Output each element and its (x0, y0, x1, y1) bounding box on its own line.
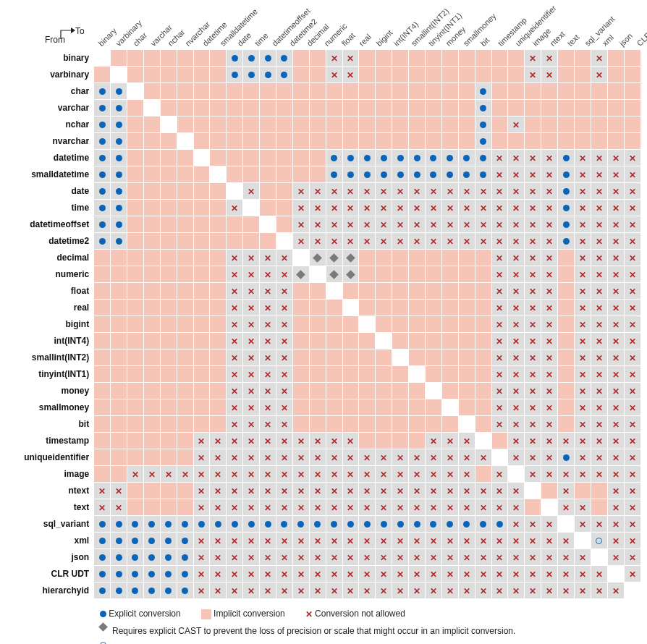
cell-22-28 (558, 416, 575, 433)
cell-8-27: ✕ (541, 183, 558, 200)
cell-31-13: ✕ (309, 566, 326, 582)
cell-16-23 (475, 316, 491, 333)
cell-13-16 (359, 266, 376, 283)
cell-20-11: ✕ (276, 383, 292, 399)
cell-12-27: ✕ (541, 250, 558, 266)
cell-2-26 (525, 83, 541, 100)
cell-4-30 (591, 116, 607, 133)
cell-7-13 (309, 166, 326, 183)
cell-22-9: ✕ (243, 416, 260, 433)
cell-32-1 (111, 582, 127, 599)
cell-18-0 (94, 349, 111, 366)
cell-23-6: ✕ (193, 433, 210, 449)
cell-0-3 (143, 50, 160, 67)
cell-4-20 (425, 116, 441, 133)
cell-4-14 (326, 116, 342, 133)
cell-24-19: ✕ (409, 449, 426, 466)
cell-17-11: ✕ (276, 333, 292, 349)
cell-26-3 (143, 483, 160, 499)
cell-27-3 (143, 499, 160, 516)
cell-15-11: ✕ (276, 300, 292, 316)
cell-14-12 (292, 283, 309, 300)
cell-18-1 (111, 349, 127, 366)
cell-29-0 (94, 533, 111, 549)
cell-21-27: ✕ (541, 399, 558, 416)
cell-8-9: ✕ (243, 183, 260, 200)
cell-8-31: ✕ (607, 183, 624, 200)
cell-20-19 (409, 383, 426, 399)
cell-1-20 (425, 67, 441, 83)
cell-24-26: ✕ (525, 449, 541, 466)
cell-12-4 (160, 250, 177, 266)
cell-2-15 (342, 83, 359, 100)
rowlabel-float: float (6, 283, 94, 300)
colhead-json: json (618, 31, 635, 48)
cell-7-29: ✕ (575, 166, 591, 183)
cell-17-15 (342, 333, 359, 349)
cell-30-10: ✕ (260, 549, 276, 566)
cell-28-28 (558, 516, 575, 533)
cell-29-24: ✕ (491, 533, 508, 549)
cell-21-29: ✕ (575, 399, 591, 416)
cell-9-11 (276, 200, 292, 216)
cell-20-18 (392, 383, 409, 399)
cell-14-28 (558, 283, 575, 300)
cell-19-2 (127, 366, 143, 383)
cell-0-9 (243, 50, 260, 67)
cell-10-17: ✕ (376, 216, 392, 233)
cell-4-29 (575, 116, 591, 133)
cell-28-9 (243, 516, 260, 533)
cell-0-18 (392, 50, 409, 67)
cell-9-20: ✕ (425, 200, 441, 216)
cell-32-15: ✕ (342, 582, 359, 599)
cell-15-12 (292, 300, 309, 316)
cell-11-1 (111, 233, 127, 250)
cell-19-17 (376, 366, 392, 383)
cell-2-0 (94, 83, 111, 100)
cell-10-3 (143, 216, 160, 233)
cell-26-19: ✕ (409, 483, 426, 499)
cell-30-20: ✕ (425, 549, 441, 566)
cell-5-10 (260, 133, 276, 150)
diamond-icon (98, 623, 108, 632)
rowlabel-nchar: nchar (6, 116, 94, 133)
cell-23-17 (376, 433, 392, 449)
cell-27-28: ✕ (558, 499, 575, 516)
cell-20-14 (326, 383, 342, 399)
cell-4-24 (491, 116, 508, 133)
cell-23-9: ✕ (243, 433, 260, 449)
cell-29-4 (160, 533, 177, 549)
cell-12-6 (193, 250, 210, 266)
cell-23-2 (127, 433, 143, 449)
cell-13-21 (441, 266, 458, 283)
cell-11-2 (127, 233, 143, 250)
cell-17-9: ✕ (243, 333, 260, 349)
cell-16-17 (376, 316, 392, 333)
cell-31-27: ✕ (541, 566, 558, 582)
rowlabel-varchar: varchar (6, 100, 94, 116)
cell-6-18 (392, 150, 409, 166)
cell-3-2 (127, 100, 143, 116)
cell-27-0: ✕ (94, 499, 111, 516)
colhead-time: time (253, 31, 270, 48)
cell-11-13: ✕ (309, 233, 326, 250)
cell-8-17: ✕ (376, 183, 392, 200)
cell-31-10: ✕ (260, 566, 276, 582)
cell-15-19 (409, 300, 426, 316)
rowlabel-smallint(INT2): smallint(INT2) (6, 349, 94, 366)
cell-15-22 (458, 300, 475, 316)
cell-4-6 (193, 116, 210, 133)
cell-12-7 (210, 250, 227, 266)
cell-11-29: ✕ (575, 233, 591, 250)
cell-25-20: ✕ (425, 466, 441, 483)
cell-16-5 (177, 316, 193, 333)
cell-5-6 (193, 133, 210, 150)
cell-13-24: ✕ (491, 266, 508, 283)
cell-31-20: ✕ (425, 566, 441, 582)
cell-32-3 (143, 582, 160, 599)
cell-5-23 (475, 133, 491, 150)
cell-5-24 (491, 133, 508, 150)
cell-32-2 (127, 582, 143, 599)
cell-5-20 (425, 133, 441, 150)
cell-4-27 (541, 116, 558, 133)
